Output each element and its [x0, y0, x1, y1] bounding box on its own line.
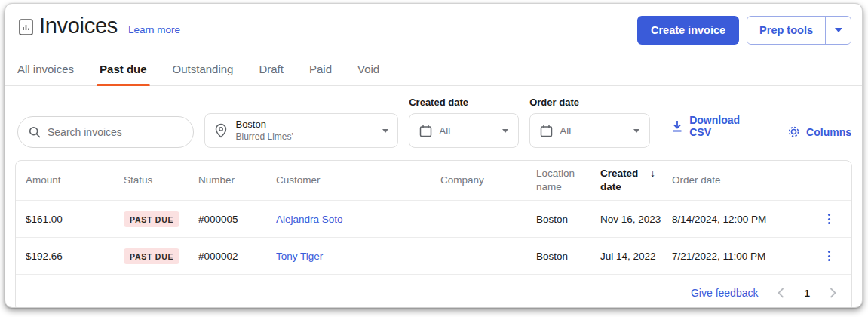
download-icon	[671, 120, 683, 133]
col-header-order-date[interactable]: Order date	[672, 174, 806, 187]
created-date-select[interactable]: All	[409, 113, 519, 148]
status-badge: PAST DUE	[124, 211, 179, 227]
learn-more-link[interactable]: Learn more	[128, 24, 180, 35]
download-csv-button[interactable]: Download CSV	[671, 114, 759, 148]
order-date-filter-label: Order date	[529, 97, 650, 108]
row-actions-kebab-icon[interactable]	[822, 211, 836, 227]
location-name: Boston	[235, 118, 382, 131]
table-row[interactable]: $192.66 PAST DUE #000002 Tony Tiger Bost…	[16, 237, 851, 274]
order-date-select[interactable]: All	[529, 113, 650, 148]
cell-order-date: 8/14/2024, 12:00 PM	[672, 214, 806, 225]
filter-bar: Search invoices Boston Blurred Limes' Cr…	[5, 86, 862, 160]
created-date-value: All	[439, 125, 495, 137]
tab-draft[interactable]: Draft	[257, 55, 285, 85]
columns-button[interactable]: Columns	[787, 125, 851, 148]
tab-void[interactable]: Void	[356, 55, 381, 85]
location-subtitle: Blurred Limes'	[235, 131, 382, 143]
created-date-filter-label: Created date	[409, 97, 519, 108]
cell-location: Boston	[536, 251, 600, 262]
tab-past-due[interactable]: Past due	[98, 55, 149, 85]
calendar-icon	[419, 125, 432, 137]
col-header-location-name[interactable]: Location name	[536, 167, 600, 193]
columns-label: Columns	[806, 126, 851, 138]
cell-created-date: Jul 14, 2022	[600, 251, 672, 262]
location-select[interactable]: Boston Blurred Limes'	[204, 113, 398, 148]
page-number: 1	[804, 288, 810, 299]
gear-icon	[787, 125, 800, 138]
col-header-number[interactable]: Number	[198, 174, 276, 187]
chevron-right-icon[interactable]	[830, 288, 836, 298]
tab-all-invoices[interactable]: All invoices	[16, 55, 75, 85]
row-actions-kebab-icon[interactable]	[822, 248, 836, 264]
search-icon	[29, 126, 41, 138]
col-header-company[interactable]: Company	[440, 174, 536, 187]
cell-number: #000002	[198, 251, 276, 262]
invoices-table: Amount Status Number Customer Company Lo…	[15, 160, 852, 308]
caret-down-icon	[835, 28, 842, 32]
col-header-customer[interactable]: Customer	[276, 174, 440, 187]
col-header-amount[interactable]: Amount	[26, 174, 124, 187]
tab-paid[interactable]: Paid	[308, 55, 333, 85]
calendar-icon	[540, 125, 553, 137]
caret-down-icon	[633, 129, 639, 133]
search-placeholder: Search invoices	[48, 126, 122, 138]
table-footer: Give feedback 1	[16, 274, 851, 308]
download-csv-label: Download CSV	[689, 114, 759, 138]
tab-outstanding[interactable]: Outstanding	[171, 55, 235, 85]
cell-amount: $161.00	[26, 214, 124, 225]
invoices-page: Invoices Learn more Create invoice Prep …	[5, 3, 863, 308]
prep-tools-button[interactable]: Prep tools	[747, 17, 825, 44]
status-badge: PAST DUE	[124, 248, 179, 264]
table-row[interactable]: $161.00 PAST DUE #000005 Alejandra Soto …	[16, 200, 851, 237]
cell-location: Boston	[536, 214, 600, 225]
search-input[interactable]: Search invoices	[17, 116, 194, 148]
cell-amount: $192.66	[26, 251, 124, 262]
cell-created-date: Nov 16, 2023	[600, 214, 672, 225]
page-header: Invoices Learn more Create invoice Prep …	[5, 4, 862, 45]
customer-link[interactable]: Alejandra Soto	[276, 214, 440, 225]
col-header-status[interactable]: Status	[124, 174, 198, 187]
cell-number: #000005	[198, 214, 276, 225]
col-header-created-date[interactable]: Created date ↓	[600, 167, 672, 193]
invoice-status-tabs: All invoices Past due Outstanding Draft …	[5, 55, 862, 86]
create-invoice-button[interactable]: Create invoice	[637, 16, 739, 45]
prep-tools-split-button: Prep tools	[747, 16, 851, 45]
customer-link[interactable]: Tony Tiger	[276, 251, 440, 262]
table-header-row: Amount Status Number Customer Company Lo…	[16, 161, 851, 200]
prep-tools-dropdown-button[interactable]	[825, 17, 851, 44]
give-feedback-link[interactable]: Give feedback	[691, 287, 759, 299]
caret-down-icon	[382, 129, 388, 133]
chevron-left-icon[interactable]	[778, 288, 784, 298]
sort-desc-arrow-icon: ↓	[650, 167, 655, 180]
invoices-report-icon	[19, 19, 33, 35]
order-date-value: All	[560, 125, 627, 137]
cell-order-date: 7/21/2022, 11:00 PM	[672, 251, 806, 262]
caret-down-icon	[502, 129, 508, 133]
page-title: Invoices	[39, 14, 118, 38]
location-pin-icon	[214, 123, 228, 138]
